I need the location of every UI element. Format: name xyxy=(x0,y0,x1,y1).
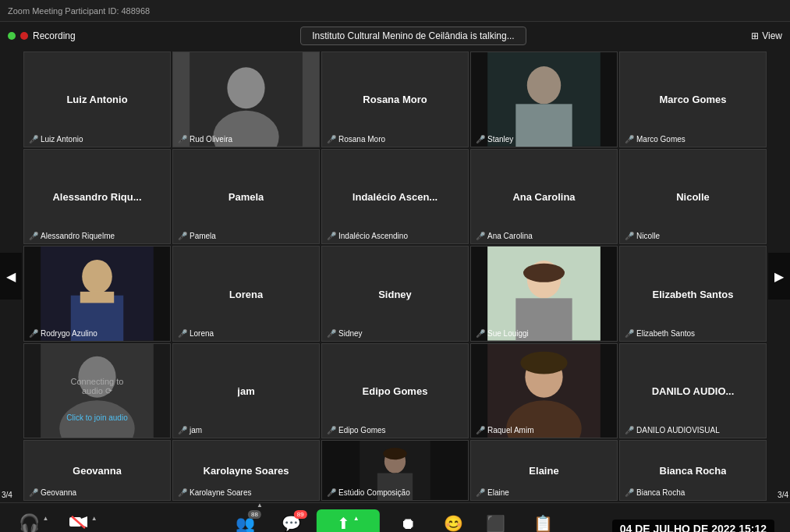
video-bg xyxy=(471,344,617,438)
label-text: Alessandro Riquelme xyxy=(41,232,115,240)
mic-muted-icon: 🎤 xyxy=(476,232,485,240)
label-text: Raquel Amim xyxy=(487,426,533,434)
participant-cell: DANILO AUDIO... 🎤 DANILO AUDIOVISUAL xyxy=(619,343,767,439)
participant-cell: jam 🎤 jam xyxy=(172,343,320,439)
participant-cell: Luiz Antonio 🎤 Luiz Antonio xyxy=(23,51,171,147)
participant-label: 🎤 Ana Carolina xyxy=(476,232,533,240)
mic-muted-icon: 🎤 xyxy=(178,135,187,144)
nav-arrow-right[interactable]: ▶ xyxy=(768,253,790,300)
recording-label: Recording xyxy=(33,30,76,41)
participant-name: Sidney xyxy=(378,288,412,300)
mic-muted-icon: 🎤 xyxy=(29,329,38,338)
label-text: Edipo Gomes xyxy=(338,426,386,434)
svg-point-4 xyxy=(527,66,561,104)
label-text: Rud Oliveira xyxy=(190,135,232,144)
chat-badge: 89 xyxy=(294,510,307,519)
mic-muted-icon: 🎤 xyxy=(29,135,38,144)
participant-cell: Rosana Moro 🎤 Rosana Moro xyxy=(321,51,469,147)
participants-grid: Luiz Antonio 🎤 Luiz Antonio 🎤 xyxy=(23,51,767,438)
participant-name: Lorena xyxy=(229,288,263,300)
recording-dot xyxy=(20,32,28,40)
mic-muted-icon: 🎤 xyxy=(625,426,634,434)
mic-muted-icon: 🎤 xyxy=(476,426,485,434)
participant-label: 🎤 Estúdio Composição xyxy=(327,488,410,497)
svg-point-20 xyxy=(520,351,567,374)
participant-label: 🎤 Sidney xyxy=(327,329,363,338)
participant-label: 🎤 Edipo Gomes xyxy=(327,426,386,434)
label-text: Marco Gomes xyxy=(636,135,685,144)
talking-banner: Instituto Cultural Menino de Ceilândia i… xyxy=(300,27,526,45)
participant-name: jam xyxy=(237,385,254,397)
share-screen-button[interactable]: ⬆ ▲ Share Screen xyxy=(317,509,380,532)
participant-name: Nicolle xyxy=(676,190,710,202)
label-text: Ana Carolina xyxy=(487,232,533,240)
participant-label: 🎤 Raquel Amim xyxy=(476,426,533,434)
mic-muted-icon: 🎤 xyxy=(178,329,187,338)
mic-muted-icon: 🎤 xyxy=(327,426,336,434)
join-audio-button[interactable]: 🎧 ▲ Join Audio xyxy=(16,513,51,532)
share-screen-icon: ⬆ xyxy=(337,514,350,532)
participant-cell: Geovanna 🎤 Geovanna xyxy=(23,440,171,501)
start-video-button[interactable]: ▲ Start Video xyxy=(64,513,102,532)
svg-point-7 xyxy=(82,260,112,293)
reactions-button[interactable]: 😊 Reactions xyxy=(436,514,470,532)
datetime-text: 04 DE JULHO DE 2022 15:12 xyxy=(620,523,767,533)
participant-name: DANILO AUDIO... xyxy=(652,385,735,397)
bottom-toolbar: 🎧 ▲ Join Audio ▲ Start Video xyxy=(0,502,790,532)
chat-button[interactable]: 💬 89 Chat xyxy=(282,514,301,532)
participant-name: Karolayne Soares xyxy=(204,465,289,477)
click-to-join-text[interactable]: Click to join audio xyxy=(66,413,127,422)
green-status-dot xyxy=(8,32,16,40)
participant-name: Elizabeth Santos xyxy=(652,288,733,300)
mic-muted-icon: 🎤 xyxy=(29,488,38,497)
mic-muted-icon: 🎤 xyxy=(625,232,634,240)
chevron-up-icon: ▲ xyxy=(43,515,49,522)
whiteboards-button[interactable]: 📋 Whiteboards xyxy=(521,514,565,532)
participant-name: Elaine xyxy=(529,465,558,477)
mic-muted-icon: 🎤 xyxy=(625,135,634,144)
participant-label: 🎤 Karolayne Soares xyxy=(178,488,252,497)
mic-muted-icon: 🎤 xyxy=(476,488,485,497)
mic-muted-icon: 🎤 xyxy=(625,329,634,338)
label-text: Lorena xyxy=(190,329,214,338)
participant-label: 🎤 Lorena xyxy=(178,329,214,338)
record-button[interactable]: ⏺ Record xyxy=(395,515,420,533)
chevron-up-icon: ▲ xyxy=(91,515,97,522)
video-icon xyxy=(69,513,88,532)
participant-cell: Marco Gomes 🎤 Marco Gomes xyxy=(619,51,767,147)
apps-button[interactable]: ⬛ Apps xyxy=(486,514,505,532)
reactions-icon: 😊 xyxy=(444,514,463,532)
label-text: Rosana Moro xyxy=(338,135,385,144)
connecting-to-audio-cell: Connecting to audio ⟳ Click to join audi… xyxy=(23,343,171,439)
view-button[interactable]: ⊞ View xyxy=(751,30,782,41)
participants-button[interactable]: 👥 88 ▲ Participants xyxy=(225,514,265,532)
connecting-text: Connecting to audio ⟳ xyxy=(61,377,134,396)
title-text: Zoom Meeting Participant ID: 488968 xyxy=(8,6,150,16)
label-text: jam xyxy=(190,426,202,434)
participant-cell: 🎤 Estúdio Composição xyxy=(321,440,469,501)
mic-muted-icon: 🎤 xyxy=(476,329,485,338)
label-text: Elizabeth Santos xyxy=(636,329,695,338)
toolbar-center: 👥 88 ▲ Participants 💬 89 Chat ⬆ ▲ Share … xyxy=(225,509,565,532)
video-bg xyxy=(471,246,617,341)
label-text: Elaine xyxy=(487,488,509,497)
page-indicator-left: 3/4 xyxy=(2,491,12,499)
participant-label: 🎤 Rosana Moro xyxy=(327,135,385,144)
participant-cell: Lorena 🎤 Lorena xyxy=(172,246,320,342)
label-text: Indalécio Ascendino xyxy=(338,232,408,240)
participant-cell: Pamela 🎤 Pamela xyxy=(172,149,320,245)
label-text: Stanley xyxy=(487,135,513,144)
participant-cell: Ana Carolina 🎤 Ana Carolina xyxy=(470,149,618,245)
participant-label: 🎤 Marco Gomes xyxy=(625,135,685,144)
participant-label: 🎤 Pamela xyxy=(178,232,216,240)
nav-arrow-left[interactable]: ◀ xyxy=(0,253,22,300)
view-label: View xyxy=(762,30,782,41)
participant-name: Bianca Rocha xyxy=(660,465,727,477)
participant-cell: Elizabeth Santos 🎤 Elizabeth Santos xyxy=(619,246,767,342)
video-bg xyxy=(24,246,170,341)
participant-cell: Nicolle 🎤 Nicolle xyxy=(619,149,767,245)
participant-cell: 🎤 Sue Louiggi xyxy=(470,246,618,342)
mic-muted-icon: 🎤 xyxy=(178,232,187,240)
participant-cell: Sidney 🎤 Sidney xyxy=(321,246,469,342)
label-text: Karolayne Soares xyxy=(190,488,252,497)
